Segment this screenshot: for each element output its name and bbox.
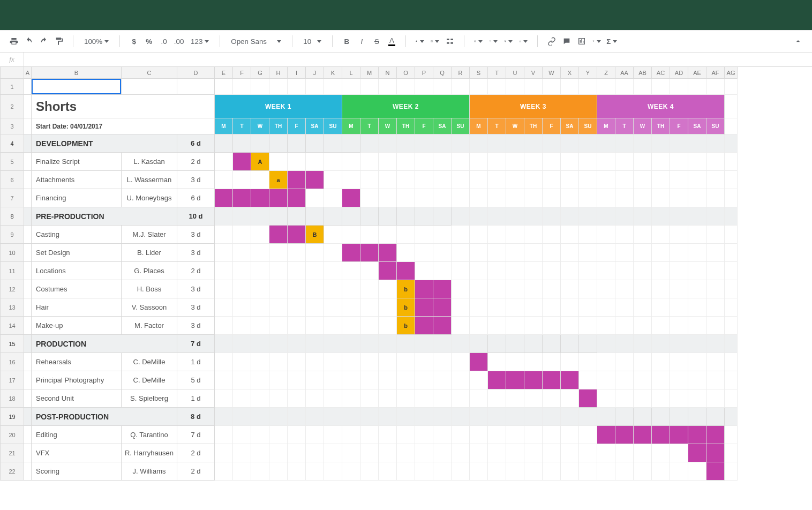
toolbar: 100% $ % .0 .00 123 Open Sans 10 B I S A…: [0, 30, 812, 52]
formula-bar: fx: [0, 52, 812, 67]
merge-button[interactable]: [442, 34, 457, 49]
halign-button[interactable]: [471, 34, 486, 49]
strike-button[interactable]: S: [369, 34, 384, 49]
print-button[interactable]: [6, 34, 21, 49]
link-button[interactable]: [544, 34, 559, 49]
fx-icon: fx: [0, 52, 24, 66]
col-header[interactable]: P: [415, 67, 433, 68]
col-header[interactable]: D: [177, 67, 215, 68]
chevron-down-icon: [104, 40, 109, 43]
chevron-down-icon: [493, 40, 498, 43]
dec-decrease-button[interactable]: .0: [156, 34, 171, 49]
italic-button[interactable]: I: [354, 34, 369, 49]
currency-button[interactable]: $: [126, 34, 141, 49]
col-header[interactable]: AE: [688, 67, 706, 68]
bold-button[interactable]: B: [339, 34, 354, 49]
font-dropdown[interactable]: Open Sans: [227, 34, 285, 49]
chevron-down-icon: [597, 40, 601, 43]
fillcolor-button[interactable]: [412, 34, 427, 49]
col-header[interactable]: H: [269, 67, 288, 68]
dec-increase-button[interactable]: .00: [171, 34, 186, 49]
col-header[interactable]: AF: [706, 67, 725, 68]
col-header[interactable]: G: [251, 67, 269, 68]
format-more-dropdown[interactable]: 123: [186, 34, 213, 49]
col-header[interactable]: Y: [579, 67, 597, 68]
functions-button[interactable]: Σ: [604, 34, 619, 49]
percent-button[interactable]: %: [141, 34, 156, 49]
col-header[interactable]: AC: [652, 67, 670, 68]
rotate-button[interactable]: [516, 34, 531, 49]
col-header[interactable]: A: [24, 67, 32, 68]
chevron-down-icon: [420, 40, 424, 43]
filter-button[interactable]: [589, 34, 604, 49]
chevron-down-icon: [205, 40, 209, 43]
col-header[interactable]: F: [233, 67, 251, 68]
col-header[interactable]: U: [506, 67, 524, 68]
col-header[interactable]: L: [342, 67, 360, 68]
col-header[interactable]: T: [488, 67, 506, 68]
col-header[interactable]: W: [543, 67, 561, 68]
col-header[interactable]: AB: [634, 67, 652, 68]
font-value: Open Sans: [231, 38, 267, 46]
col-header[interactable]: X: [561, 67, 579, 68]
fontsize-dropdown[interactable]: 10: [299, 34, 326, 49]
zoom-dropdown[interactable]: 100%: [80, 34, 113, 49]
col-header[interactable]: V: [524, 67, 543, 68]
chevron-down-icon: [523, 40, 528, 43]
col-header[interactable]: S: [470, 67, 488, 68]
col-header[interactable]: Z: [597, 67, 615, 68]
zoom-value: 100%: [84, 38, 102, 46]
wrap-button[interactable]: [501, 34, 516, 49]
chart-button[interactable]: [574, 34, 589, 49]
chevron-down-icon: [508, 40, 513, 43]
col-header[interactable]: C: [122, 67, 177, 68]
paint-format-button[interactable]: [51, 34, 66, 49]
col-header[interactable]: J: [306, 67, 324, 68]
collapse-toolbar-button[interactable]: [791, 34, 806, 49]
chevron-down-icon: [478, 40, 483, 43]
col-header[interactable]: E: [215, 67, 233, 68]
col-header[interactable]: I: [288, 67, 306, 68]
col-header[interactable]: M: [360, 67, 379, 68]
col-header[interactable]: Q: [433, 67, 452, 68]
fontsize-value: 10: [303, 38, 311, 46]
chevron-down-icon: [277, 40, 281, 43]
col-header[interactable]: K: [324, 67, 342, 68]
textcolor-button[interactable]: A: [384, 34, 399, 49]
formula-input[interactable]: [24, 52, 812, 66]
col-header[interactable]: R: [452, 67, 470, 68]
spreadsheet-grid[interactable]: ABCDEFGHIJKLMNOPQRSTUVWXYZAAABACADAEAFAG…: [0, 66, 812, 67]
col-header[interactable]: AD: [670, 67, 688, 68]
col-header[interactable]: AG: [725, 67, 738, 68]
col-header[interactable]: O: [397, 67, 415, 68]
chevron-down-icon: [317, 40, 321, 43]
col-header[interactable]: B: [32, 67, 122, 68]
window-titlebar: [0, 0, 812, 30]
col-header[interactable]: N: [379, 67, 397, 68]
chevron-down-icon: [613, 40, 617, 43]
undo-button[interactable]: [21, 34, 36, 49]
chevron-down-icon: [435, 40, 439, 43]
col-header[interactable]: AA: [615, 67, 634, 68]
redo-button[interactable]: [36, 34, 51, 49]
borders-button[interactable]: [427, 34, 442, 49]
comment-button[interactable]: [559, 34, 574, 49]
valign-button[interactable]: [486, 34, 501, 49]
